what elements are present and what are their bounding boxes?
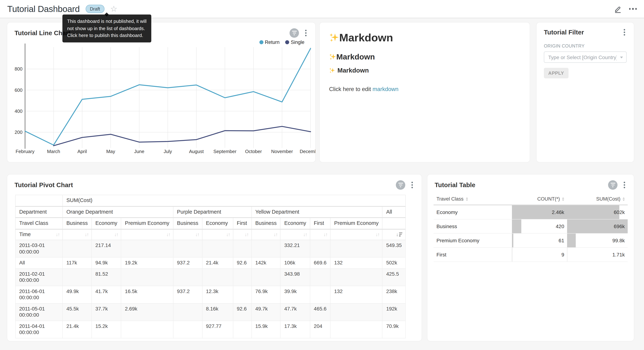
- applied-filters-icon[interactable]: [396, 180, 405, 190]
- pivot-time-header[interactable]: Time↓↑: [16, 229, 62, 240]
- legend-item-single[interactable]: Single: [285, 40, 304, 45]
- pivot-table: SUM(Cost)DepartmentOrange DepartmentPurp…: [15, 195, 406, 338]
- applied-filters-icon[interactable]: [290, 28, 299, 38]
- travel-class-cell: Economy: [434, 205, 512, 219]
- pivot-value-cell: 45.5k: [62, 303, 92, 320]
- filter-card-title: Tutorial Filter: [544, 28, 584, 36]
- pivot-value-cell: 21.4k: [62, 320, 92, 338]
- pivot-value-cell: 192k: [382, 303, 406, 320]
- sparkles-icon: [329, 53, 336, 60]
- pivot-row: All117k94.9k19.2k937.221.4k92.6142k106k6…: [16, 257, 406, 268]
- pivot-value-cell: 19.2k: [121, 257, 173, 268]
- pivot-row-label: 2011-02-01 00:00:00: [16, 268, 62, 286]
- markdown-edit-link[interactable]: markdown: [372, 86, 398, 92]
- markdown-h1: Markdown: [329, 31, 520, 44]
- count-cell: 9: [512, 248, 567, 262]
- chart-menu-icon[interactable]: [304, 29, 308, 37]
- column-header-travel-class[interactable]: Travel Class: [434, 193, 512, 205]
- favorite-star-icon[interactable]: ☆: [110, 5, 117, 13]
- pivot-sort-cell[interactable]: ↓↑: [310, 229, 330, 240]
- pivot-value-cell: 49.9k: [62, 286, 92, 303]
- pivot-value-cell: 15.9k: [252, 320, 280, 338]
- pivot-value-cell: 332.21: [280, 240, 310, 257]
- pivot-value-cell: 106k: [280, 257, 310, 268]
- pivot-sort-cell[interactable]: ↓↑: [280, 229, 310, 240]
- sum-cost-cell: 602k: [567, 205, 628, 219]
- table-card-title: Tutorial Table: [435, 181, 475, 189]
- pivot-class-header: Business: [173, 218, 202, 229]
- pivot-value-cell: 217.14: [92, 240, 121, 257]
- pivot-value-cell: 142k: [252, 257, 280, 268]
- pivot-value-cell: [121, 268, 173, 286]
- filter-card-header: Tutorial Filter: [536, 22, 634, 36]
- pivot-sort-cell[interactable]: ↓↑: [252, 229, 280, 240]
- pivot-value-cell: 76.9k: [252, 286, 280, 303]
- pivot-value-cell: 117k: [62, 257, 92, 268]
- line-chart-card-header: Tutorial Line Chart: [7, 22, 315, 38]
- pivot-sort-cell[interactable]: ↓↑: [62, 229, 92, 240]
- chart-menu-icon[interactable]: [622, 181, 626, 189]
- filter-menu-icon[interactable]: [622, 28, 626, 36]
- apply-filter-button[interactable]: APPLY: [544, 68, 568, 78]
- pivot-class-header: Business: [62, 218, 92, 229]
- markdown-paragraph: Click here to edit markdown: [329, 86, 520, 92]
- pivot-group-header: Yellow Department: [252, 206, 382, 218]
- pivot-value-cell: 937.2: [173, 257, 202, 268]
- pivot-sort-cell[interactable]: ↓↑: [330, 229, 382, 240]
- data-table: Travel Class COUNT(*) SUM(Cost) Economy2…: [434, 193, 628, 262]
- pivot-value-cell: [310, 268, 330, 286]
- pivot-sort-cell[interactable]: ↓↑: [173, 229, 202, 240]
- svg-text:September: September: [213, 149, 236, 154]
- pivot-sort-cell[interactable]: ↓↑: [121, 229, 173, 240]
- sort-icon: ↓↑: [85, 231, 88, 238]
- pivot-value-cell: 70.9k: [382, 320, 406, 338]
- pivot-value-cell: 92.6: [233, 303, 252, 320]
- legend-dot-return: [260, 40, 264, 44]
- pivot-value-cell: 81.52: [92, 268, 121, 286]
- filter-card: Tutorial Filter ORIGIN COUNTRY Type or S…: [536, 22, 634, 162]
- pivot-sort-cell[interactable]: ↓↑: [202, 229, 233, 240]
- pivot-value-cell: [121, 320, 173, 338]
- pivot-value-cell: [121, 240, 173, 257]
- pivot-value-cell: 502k: [382, 257, 406, 268]
- pivot-class-header: Economy: [202, 218, 233, 229]
- edit-dashboard-icon[interactable]: [614, 5, 622, 13]
- pivot-table-wrapper: SUM(Cost)DepartmentOrange DepartmentPurp…: [7, 190, 422, 338]
- legend-label: Single: [291, 40, 304, 45]
- origin-country-select[interactable]: Type or Select [Origin Country]: [544, 52, 626, 63]
- pivot-value-cell: 8.16k: [202, 303, 233, 320]
- chart-menu-icon[interactable]: [410, 181, 414, 189]
- pivot-sort-cell[interactable]: ↓↑: [233, 229, 252, 240]
- applied-filters-icon[interactable]: [608, 180, 618, 190]
- pivot-sort-row: Time↓↑↓↑↓↑↓↑↓↑↓↑↓↑↓↑↓↑↓↑↓↑↓: [16, 229, 406, 240]
- pivot-group-header: Orange Department: [62, 206, 173, 218]
- markdown-card[interactable]: Markdown Markdown Markdown Click here to…: [320, 22, 530, 162]
- pivot-value-cell: 21.4k: [202, 257, 233, 268]
- pivot-value-cell: [233, 240, 252, 257]
- column-header-sum-cost[interactable]: SUM(Cost): [567, 193, 628, 205]
- travel-class-cell: Business: [434, 219, 512, 234]
- markdown-h3: Markdown: [329, 67, 520, 74]
- pivot-class-row: Travel ClassBusinessEconomyPremium Econo…: [16, 218, 406, 229]
- pivot-value-cell: [202, 240, 233, 257]
- draft-status-badge[interactable]: Draft: [86, 5, 104, 13]
- travel-class-cell: First: [434, 248, 512, 262]
- sort-icon: [466, 198, 468, 201]
- pivot-value-cell: [252, 268, 280, 286]
- pivot-value-cell: 669.6: [310, 257, 330, 268]
- pivot-sort-cell[interactable]: ↓↑: [92, 229, 121, 240]
- table-row: First91.71k: [434, 248, 628, 262]
- legend-item-return[interactable]: Return: [260, 40, 280, 45]
- pivot-value-cell: 16.5k: [121, 286, 173, 303]
- pivot-value-cell: 92.6: [233, 257, 252, 268]
- pivot-value-cell: 12.3k: [202, 286, 233, 303]
- column-header-count[interactable]: COUNT(*): [512, 193, 567, 205]
- pivot-value-cell: 549.35: [382, 240, 406, 257]
- pivot-value-cell: 47.7k: [280, 303, 310, 320]
- pivot-sort-cell-active[interactable]: ↓: [382, 229, 406, 240]
- sort-icon: [562, 198, 564, 201]
- pivot-value-cell: 94.9k: [92, 257, 121, 268]
- pivot-value-cell: [330, 320, 382, 338]
- markdown-h2: Markdown: [329, 52, 520, 62]
- more-actions-icon[interactable]: [629, 7, 637, 11]
